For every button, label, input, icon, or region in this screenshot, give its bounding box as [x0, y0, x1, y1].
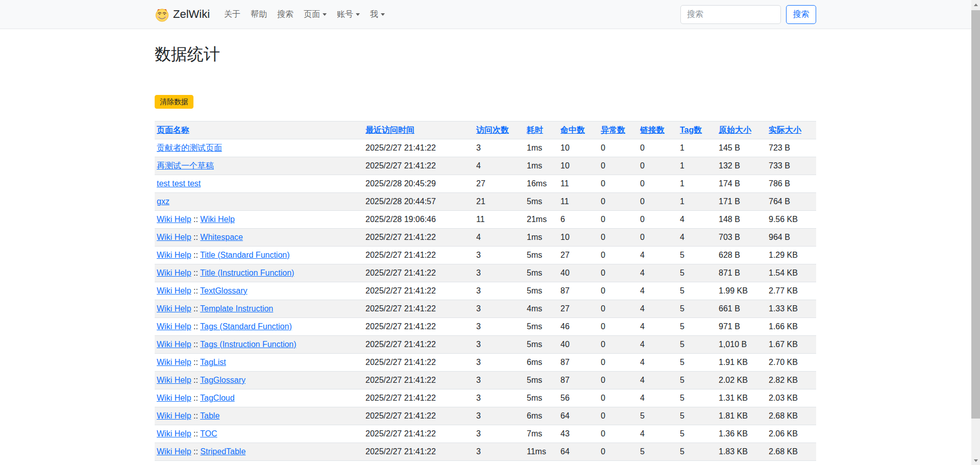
- column-sort-link[interactable]: Tag数: [680, 126, 702, 134]
- page-link[interactable]: Whitespace: [200, 233, 243, 241]
- column-header: 最近访问时间: [363, 121, 474, 139]
- stat-cell: 5: [678, 443, 717, 461]
- column-sort-link[interactable]: 命中数: [560, 126, 585, 134]
- page-link[interactable]: TextGlossary: [200, 286, 247, 295]
- chevron-down-icon: [356, 13, 360, 16]
- page-link[interactable]: Wiki Help: [157, 411, 191, 420]
- page-link[interactable]: TagGlossary: [200, 376, 246, 384]
- page-name-cell: Wiki Help :: TagGlossary: [155, 372, 363, 389]
- stat-cell: 40: [558, 264, 599, 282]
- column-header: 原始大小: [717, 121, 767, 139]
- stat-cell: 2025/2/27 21:41:22: [363, 354, 474, 372]
- stat-cell: 2025/2/28 19:06:46: [363, 211, 474, 229]
- stat-cell: 628 B: [717, 247, 767, 264]
- page-link[interactable]: Wiki Help: [157, 251, 191, 259]
- stat-cell: 0: [599, 282, 638, 300]
- vertical-scrollbar[interactable]: [971, 0, 980, 465]
- stat-cell: 0: [638, 175, 678, 193]
- stat-cell: 4: [678, 229, 717, 247]
- page-link[interactable]: Wiki Help: [157, 268, 191, 277]
- page-link[interactable]: Wiki Help: [200, 215, 235, 224]
- column-sort-link[interactable]: 原始大小: [719, 126, 751, 134]
- scrollbar-thumb[interactable]: [971, 10, 980, 419]
- stat-cell: 0: [599, 264, 638, 282]
- stat-cell: 21ms: [525, 211, 558, 229]
- stat-cell: 5: [678, 407, 717, 425]
- stat-cell: 5: [678, 425, 717, 443]
- column-sort-link[interactable]: 实际大小: [769, 126, 801, 134]
- column-header: Tag数: [678, 121, 717, 139]
- stat-cell: 5: [678, 300, 717, 318]
- page-link[interactable]: Wiki Help: [157, 233, 191, 241]
- clear-data-button[interactable]: 清除数据: [155, 95, 193, 109]
- page-link[interactable]: Wiki Help: [157, 376, 191, 384]
- page-link[interactable]: Wiki Help: [157, 447, 191, 456]
- stat-cell: 3: [474, 264, 525, 282]
- table-row: Wiki Help :: Table2025/2/27 21:41:2236ms…: [155, 407, 816, 425]
- page-link[interactable]: TagList: [200, 358, 226, 366]
- stat-cell: 1ms: [525, 229, 558, 247]
- page-link[interactable]: Wiki Help: [157, 340, 191, 349]
- search-button[interactable]: 搜索: [786, 5, 816, 24]
- stat-cell: 0: [599, 372, 638, 389]
- page-link[interactable]: Wiki Help: [157, 394, 191, 402]
- page-link[interactable]: Wiki Help: [157, 322, 191, 331]
- page-link[interactable]: Wiki Help: [157, 286, 191, 295]
- page-link[interactable]: Wiki Help: [157, 215, 191, 224]
- page-link[interactable]: Table: [200, 411, 219, 420]
- nav-item-account[interactable]: 账号: [332, 5, 365, 24]
- nav-menu: 关于帮助搜索页面账号我: [219, 5, 390, 24]
- column-sort-link[interactable]: 访问次数: [476, 126, 509, 134]
- nav-item-me[interactable]: 我: [365, 5, 390, 24]
- scrollbar-down-arrow-icon[interactable]: [971, 456, 980, 465]
- page-title: 数据统计: [155, 43, 816, 65]
- stat-cell: 46: [558, 318, 599, 336]
- page-link[interactable]: 贡献者的测试页面: [157, 143, 222, 152]
- stat-cell: 0: [599, 425, 638, 443]
- page-link[interactable]: TagCloud: [200, 394, 235, 402]
- page-link[interactable]: Wiki Help: [157, 429, 191, 438]
- page-link[interactable]: StripedTable: [200, 447, 246, 456]
- stat-cell: 4ms: [525, 300, 558, 318]
- table-row: gxz2025/2/28 20:44:57215ms11001171 B764 …: [155, 193, 816, 211]
- stat-cell: 4: [638, 425, 678, 443]
- page-link[interactable]: Wiki Help: [157, 304, 191, 313]
- page-link[interactable]: Tags (Standard Function): [200, 322, 292, 331]
- stat-cell: 1,010 B: [717, 336, 767, 354]
- page-link[interactable]: gxz: [157, 197, 169, 206]
- page-link[interactable]: Tags (Instruction Function): [200, 340, 297, 349]
- column-sort-link[interactable]: 链接数: [640, 126, 665, 134]
- stat-cell: 3: [474, 372, 525, 389]
- stat-cell: 2025/2/27 21:41:22: [363, 300, 474, 318]
- page-link[interactable]: Title (Instruction Function): [200, 268, 294, 277]
- stat-cell: 2025/2/27 21:41:22: [363, 407, 474, 425]
- column-sort-link[interactable]: 页面名称: [157, 126, 189, 134]
- scrollbar-up-arrow-icon[interactable]: [971, 0, 980, 9]
- stat-cell: 5: [678, 372, 717, 389]
- table-row: Wiki Help :: TagGlossary2025/2/27 21:41:…: [155, 372, 816, 389]
- page-link[interactable]: Wiki Help: [157, 358, 191, 366]
- stat-cell: 87: [558, 354, 599, 372]
- column-header: 耗时: [525, 121, 558, 139]
- column-header: 实际大小: [767, 121, 816, 139]
- nav-item-label: 帮助: [251, 10, 267, 18]
- search-input[interactable]: [680, 5, 781, 24]
- page-link[interactable]: 再测试一个草稿: [157, 161, 214, 170]
- stat-cell: 21: [474, 193, 525, 211]
- stat-cell: 1: [678, 157, 717, 175]
- page-link[interactable]: Template Instruction: [200, 304, 273, 313]
- page-link[interactable]: Title (Standard Function): [200, 251, 289, 259]
- nav-item-search[interactable]: 搜索: [272, 5, 299, 24]
- column-sort-link[interactable]: 耗时: [527, 126, 543, 134]
- brand-link[interactable]: ZelWiki: [155, 7, 210, 22]
- stat-cell: 5: [678, 247, 717, 264]
- page-link[interactable]: TOC: [200, 429, 217, 438]
- page-link[interactable]: test test test: [157, 179, 201, 188]
- stat-cell: 3: [474, 389, 525, 407]
- nav-item-about[interactable]: 关于: [219, 5, 246, 24]
- nav-item-help[interactable]: 帮助: [246, 5, 272, 24]
- page-name-cell: Wiki Help :: Wiki Help: [155, 211, 363, 229]
- nav-item-pages[interactable]: 页面: [299, 5, 332, 24]
- column-sort-link[interactable]: 最近访问时间: [365, 126, 414, 134]
- column-sort-link[interactable]: 异常数: [601, 126, 625, 134]
